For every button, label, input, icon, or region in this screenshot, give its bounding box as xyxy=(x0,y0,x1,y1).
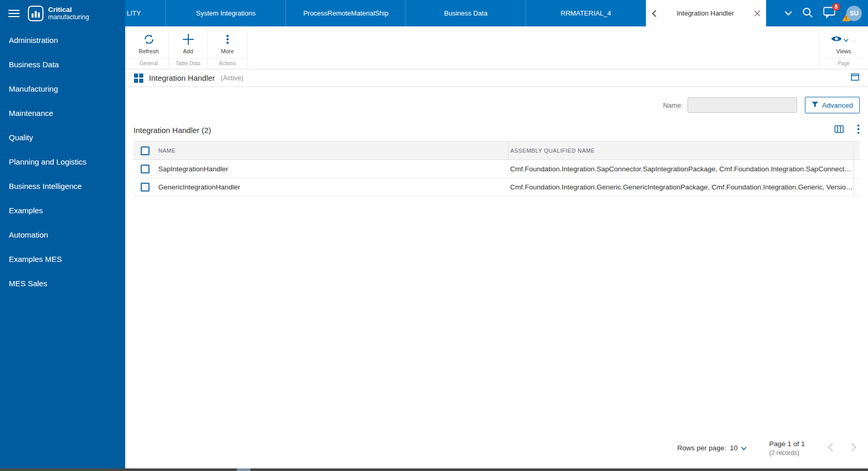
rows-per-page-value: 10 xyxy=(730,444,738,452)
table-row-generic-integration-handler[interactable]: GenericIntegrationHandler Cmf.Foundation… xyxy=(133,178,860,196)
page-info: Page 1 of 1 (2 records) xyxy=(769,439,805,457)
table-menu-button[interactable] xyxy=(857,124,860,136)
select-all-checkbox[interactable] xyxy=(141,146,149,155)
name-filter-input[interactable] xyxy=(687,97,797,113)
row-checkbox[interactable] xyxy=(141,165,149,173)
cell-name: GenericIntegrationHandler xyxy=(156,178,508,196)
logo-icon xyxy=(28,6,43,21)
pagination-bar: Rows per page: 10 Page 1 of 1 (2 records… xyxy=(125,439,868,468)
sidebar-item-examples-mes[interactable]: Examples MES xyxy=(0,247,125,271)
entity-grid-icon xyxy=(134,73,143,83)
page-title: Integration Handler xyxy=(149,73,215,82)
tab-label: Integration Handler xyxy=(656,9,754,17)
more-label: More xyxy=(221,48,234,54)
sidebar-item-administration[interactable]: Administration xyxy=(0,28,125,52)
group-label-general: General xyxy=(129,58,168,69)
toolbar-group-table-data: Add Table Data xyxy=(169,26,208,69)
next-page-button[interactable] xyxy=(851,443,857,453)
previous-page-button[interactable] xyxy=(828,443,833,453)
kebab-icon xyxy=(857,124,860,136)
vertical-ellipsis-icon xyxy=(221,33,234,46)
close-icon[interactable] xyxy=(754,10,760,17)
plus-icon xyxy=(182,33,195,46)
warning-icon: ! xyxy=(842,14,850,23)
refresh-label: Refresh xyxy=(139,48,159,54)
window-icon xyxy=(851,73,859,82)
cell-assembly: Cmf.Foundation.Integration.SapConnector.… xyxy=(508,160,854,178)
chevron-down-icon xyxy=(844,36,848,43)
sidebar-nav: Administration Business Data Manufacturi… xyxy=(0,27,125,296)
add-label: Add xyxy=(183,48,193,54)
sidebar-item-maintenance[interactable]: Maintenance xyxy=(0,101,125,125)
views-button[interactable]: ... Views xyxy=(830,33,858,54)
table-title: Integration Handler (2) xyxy=(133,126,211,135)
add-button[interactable]: Add xyxy=(174,33,202,54)
sidebar-item-quality[interactable]: Quality xyxy=(0,125,125,150)
logo-title: Critical xyxy=(48,6,89,14)
sidebar-item-planning-and-logistics[interactable]: Planning and Logistics xyxy=(0,150,125,174)
horizontal-scrollbar[interactable] xyxy=(0,468,868,471)
messages-button[interactable]: 8 xyxy=(823,7,835,20)
ellipsis-icon: ... xyxy=(850,36,857,43)
table-section: Integration Handler (2) xyxy=(125,121,868,196)
sidebar-item-examples[interactable]: Examples xyxy=(0,198,125,223)
tabbar-controls: 8 SU ! xyxy=(766,0,868,26)
table-row-sap-integration-handler[interactable]: SapIntegrationHandler Cmf.Foundation.Int… xyxy=(133,160,860,178)
sidebar-header: Critical manufacturing xyxy=(0,0,125,27)
app-logo: Critical manufacturing xyxy=(28,6,89,21)
more-button[interactable]: More xyxy=(214,33,242,54)
rows-per-page-dropdown[interactable]: Rows per page: 10 xyxy=(677,444,746,452)
eye-icon xyxy=(831,35,842,45)
sidebar-item-automation[interactable]: Automation xyxy=(0,223,125,247)
app-window: Critical manufacturing Administration Bu… xyxy=(0,0,868,468)
tab-quality-partial[interactable]: LITY xyxy=(125,0,166,26)
sidebar: Critical manufacturing Administration Bu… xyxy=(0,0,125,468)
sidebar-item-manufacturing[interactable]: Manufacturing xyxy=(0,77,125,101)
sidebar-item-business-intelligence[interactable]: Business Intelligence xyxy=(0,174,125,198)
cell-assembly: Cmf.Foundation.Integration.Generic.Gener… xyxy=(508,178,854,196)
hamburger-menu-icon[interactable] xyxy=(8,10,20,17)
integration-handler-table: NAME ASSEMBLY QUALIFIED NAME SapIntegrat… xyxy=(133,141,860,196)
advanced-label: Advanced xyxy=(822,101,853,109)
record-count-label: (2 records) xyxy=(769,449,805,457)
column-chooser-button[interactable] xyxy=(834,125,844,135)
chevron-down-icon xyxy=(785,9,792,17)
scrollbar-gutter xyxy=(854,142,860,160)
group-label-actions: Actions xyxy=(208,58,247,69)
tab-integration-handler[interactable]: Integration Handler xyxy=(646,0,766,26)
toolbar-group-page: ... Views Page xyxy=(819,26,868,69)
tab-process-remote-material-ship[interactable]: ProcessRemoteMaterialShip xyxy=(286,0,406,26)
table-header-row: NAME ASSEMBLY QUALIFIED NAME xyxy=(133,142,860,160)
logo-subtitle: manufacturing xyxy=(48,14,89,21)
tab-rrmaterial-4[interactable]: RRMATERIAL_4 xyxy=(526,0,646,26)
group-label-table-data: Table Data xyxy=(169,58,207,69)
ribbon-toolbar: Refresh General Add Table Data xyxy=(125,26,868,69)
scrollbar-thumb[interactable] xyxy=(237,468,250,471)
sidebar-item-business-data[interactable]: Business Data xyxy=(0,52,125,77)
columns-icon xyxy=(834,125,844,135)
tab-bar: LITY System Integrations ProcessRemoteMa… xyxy=(125,0,868,26)
chevron-left-icon[interactable] xyxy=(652,10,656,17)
advanced-filter-button[interactable]: Advanced xyxy=(805,97,860,113)
toolbar-group-actions: More Actions xyxy=(208,26,247,69)
svg-text:!: ! xyxy=(845,16,847,21)
page-count-label: Page 1 of 1 xyxy=(769,439,805,449)
refresh-icon xyxy=(143,33,155,46)
row-checkbox[interactable] xyxy=(141,183,149,192)
page-title-row: Integration Handler (Active) xyxy=(125,69,868,87)
column-header-name[interactable]: NAME xyxy=(156,142,508,160)
search-button[interactable] xyxy=(802,7,813,20)
tab-business-data[interactable]: Business Data xyxy=(406,0,526,26)
chevron-down-icon xyxy=(741,444,746,452)
tab-list-dropdown-button[interactable] xyxy=(785,9,792,17)
status-badge: (Active) xyxy=(221,74,244,82)
sidebar-item-mes-sales[interactable]: MES Sales xyxy=(0,271,125,296)
group-label-page: Page xyxy=(825,58,863,69)
main-area: LITY System Integrations ProcessRemoteMa… xyxy=(125,0,868,468)
notification-badge: 8 xyxy=(832,3,840,11)
rows-per-page-label: Rows per page: xyxy=(677,444,726,452)
tab-system-integrations[interactable]: System Integrations xyxy=(166,0,286,26)
refresh-button[interactable]: Refresh xyxy=(135,33,163,54)
column-header-assembly[interactable]: ASSEMBLY QUALIFIED NAME xyxy=(508,142,854,160)
maximize-button[interactable] xyxy=(851,73,859,82)
